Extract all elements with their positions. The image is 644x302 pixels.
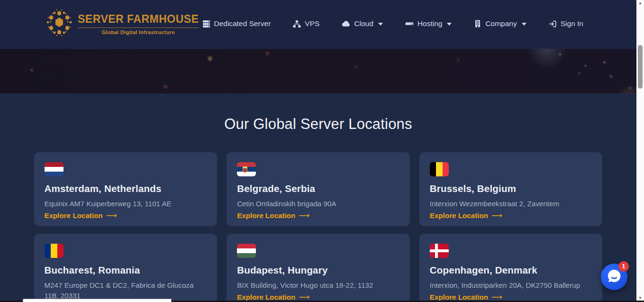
card-city: Budapest, Hungary <box>237 265 399 276</box>
chat-bubble-icon <box>607 268 622 285</box>
card-address: Interxion, Industriparken 20A, DK2750 Ba… <box>430 280 592 291</box>
main-nav: Dedicated Server VPS <box>202 19 583 28</box>
brand-logo-icon <box>46 9 72 38</box>
brand-tagline: Global Digital Infrastructure <box>102 29 175 35</box>
right-arrow-icon: ⟶ <box>491 293 502 302</box>
section-title: Our Global Server Locations <box>0 116 636 133</box>
page-viewport: SERVER FARMHOUSE Global Digital Infrastr… <box>0 0 636 302</box>
brand-name: SERVER FARMHOUSE <box>78 13 199 28</box>
card-city: Amsterdam, Netherlands <box>45 183 207 194</box>
flag-romania-icon <box>45 244 63 258</box>
brand-logo[interactable]: SERVER FARMHOUSE Global Digital Infrastr… <box>46 9 199 38</box>
nav-label: VPS <box>305 19 319 28</box>
scroll-down-icon[interactable]: ▼ <box>636 296 644 300</box>
explore-location-link[interactable]: Explore Location ⟶ <box>430 211 502 220</box>
card-city: Copenhagen, Denmark <box>430 265 592 276</box>
card-address: Interxion Wezembeekstraat 2, Zaventem <box>430 199 592 209</box>
location-card-brussels: Brussels, Belgium Interxion Wezembeekstr… <box>419 152 603 226</box>
chat-unread-badge: 1 <box>618 261 629 272</box>
location-card-belgrade: Belgrade, Serbia Cetin Omladinskih briga… <box>227 152 410 226</box>
right-arrow-icon: ⟶ <box>299 293 309 302</box>
dedicated-server-icon <box>202 20 210 28</box>
flag-denmark-icon <box>430 244 449 258</box>
chat-launcher-button[interactable]: 1 <box>601 264 627 290</box>
hosting-icon <box>405 19 414 28</box>
nav-item-cloud[interactable]: Cloud <box>342 19 383 28</box>
brand-text: SERVER FARMHOUSE Global Digital Infrastr… <box>78 13 199 35</box>
nav-label: Cloud <box>354 19 373 28</box>
scroll-up-icon[interactable]: ▲ <box>636 1 644 5</box>
sign-in-icon <box>549 20 557 28</box>
explore-location-label: Explore Location <box>430 293 488 301</box>
nav-item-vps[interactable]: VPS <box>293 19 319 28</box>
location-cards-grid: Amsterdam, Netherlands Equinix AM7 Kuipe… <box>34 152 603 302</box>
nav-item-company[interactable]: Company <box>474 19 526 28</box>
vps-icon <box>293 20 301 28</box>
explore-location-label: Explore Location <box>430 211 488 220</box>
company-icon <box>474 20 481 27</box>
card-address: Cetin Omladinskih brigada 90A <box>237 199 399 209</box>
flag-cross-horizontal <box>430 249 449 252</box>
explore-location-link[interactable]: Explore Location ⟶ <box>237 211 309 220</box>
link-preview-statusbar <box>23 299 172 302</box>
vertical-scrollbar[interactable]: ▲ ▼ <box>636 0 644 302</box>
cloud-icon <box>342 19 350 28</box>
explore-location-link[interactable]: Explore Location ⟶ <box>45 211 117 220</box>
card-address: M247 Europe DC1 & DC2, Fabrica de Glucoz… <box>45 280 207 301</box>
nav-item-sign-in[interactable]: Sign In <box>549 19 583 28</box>
explore-location-label: Explore Location <box>237 293 295 301</box>
flag-netherlands-icon <box>45 162 63 176</box>
location-card-copenhagen: Copenhagen, Denmark Interxion, Industrip… <box>419 234 603 302</box>
flag-belgium-icon <box>430 162 449 176</box>
caret-down-icon <box>378 23 383 26</box>
flag-hungary-icon <box>237 244 256 258</box>
location-card-bucharest: Bucharest, Romania M247 Europe DC1 & DC2… <box>34 234 218 302</box>
card-city: Belgrade, Serbia <box>237 183 399 194</box>
right-arrow-icon: ⟶ <box>106 211 117 220</box>
explore-location-link[interactable]: Explore Location ⟶ <box>237 293 309 302</box>
scrollbar-thumb[interactable] <box>638 45 643 89</box>
location-card-budapest: Budapest, Hungary BIX Building, Victor H… <box>227 234 410 302</box>
location-card-amsterdam: Amsterdam, Netherlands Equinix AM7 Kuipe… <box>34 152 218 226</box>
hero-banner-image <box>0 47 636 93</box>
nav-label: Hosting <box>417 19 443 28</box>
explore-location-link[interactable]: Explore Location ⟶ <box>430 293 502 302</box>
caret-down-icon <box>522 23 526 26</box>
nav-item-hosting[interactable]: Hosting <box>405 19 452 28</box>
nav-label: Dedicated Server <box>214 19 271 28</box>
top-navbar: SERVER FARMHOUSE Global Digital Infrastr… <box>0 0 636 47</box>
flag-serbia-icon <box>237 162 256 176</box>
nav-item-dedicated-server[interactable]: Dedicated Server <box>202 19 271 28</box>
explore-location-label: Explore Location <box>237 211 295 220</box>
card-city: Brussels, Belgium <box>430 183 592 194</box>
nav-label: Sign In <box>561 19 583 28</box>
card-address: Equinix AM7 Kuiperberweg 13, 1101 AE <box>45 199 207 209</box>
explore-location-label: Explore Location <box>45 211 103 220</box>
nav-label: Company <box>485 19 517 28</box>
locations-section: Our Global Server Locations Amsterdam, N… <box>0 93 636 302</box>
caret-down-icon <box>447 23 452 26</box>
right-arrow-icon: ⟶ <box>299 211 309 220</box>
right-arrow-icon: ⟶ <box>491 211 502 220</box>
card-address: BIX Building, Victor Hugo utca 18-22, 11… <box>237 280 399 291</box>
card-city: Bucharest, Romania <box>45 265 207 276</box>
